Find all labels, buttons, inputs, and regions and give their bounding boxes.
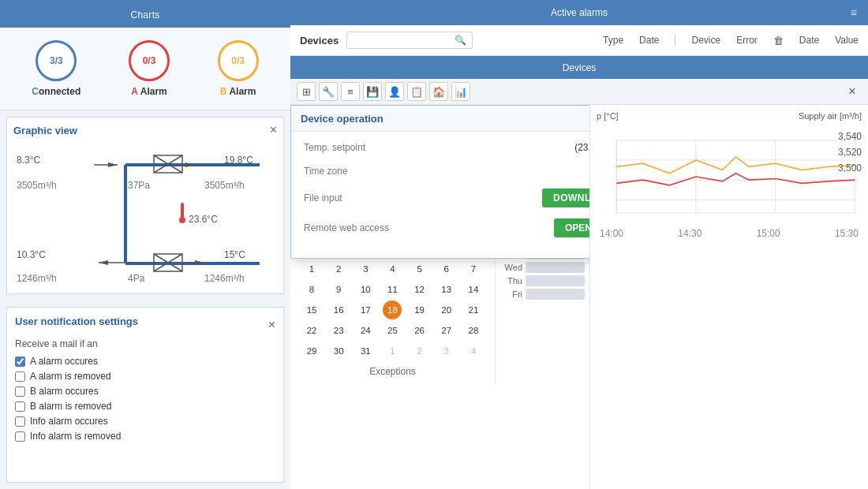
notification-checkbox[interactable] <box>15 431 25 442</box>
hvac-svg: 23.6°C 8.3°C 19.8°C 3505m³/h 37Pa 3505m³… <box>13 141 277 287</box>
col-date1: Date <box>639 35 659 46</box>
schedule-day-row: Fri <box>500 289 585 300</box>
cal-cell[interactable]: 24 <box>356 321 375 340</box>
left-panel: Charts 3/3 Connected 0/3 A Alarm 0/3 B A… <box>0 0 290 489</box>
cal-cell[interactable]: 26 <box>410 321 429 340</box>
cal-cell[interactable]: 6 <box>437 259 456 278</box>
cal-cell[interactable]: 8 <box>302 280 321 299</box>
connected-label: Connected <box>32 86 80 97</box>
toolbar-chart-icon[interactable]: 📊 <box>451 82 470 101</box>
cal-cell[interactable]: 22 <box>302 321 321 340</box>
cal-cell[interactable]: 1 <box>302 259 321 278</box>
graphic-view-title: Graphic view <box>13 125 77 136</box>
timezone-label: Time zone <box>304 166 391 177</box>
graphic-view-close[interactable]: × <box>270 124 277 136</box>
trash-icon[interactable]: 🗑 <box>773 35 784 47</box>
connected-status: 3/3 Connected <box>32 40 80 97</box>
notification-checkbox[interactable] <box>15 416 25 427</box>
notification-title: User notification settings <box>15 315 138 327</box>
cal-cell[interactable]: 14 <box>464 280 483 299</box>
toolbar-clipboard-icon[interactable]: 📋 <box>407 82 426 101</box>
notification-checkbox-item: A alarm occures <box>15 356 275 367</box>
svg-text:3505m³/h: 3505m³/h <box>17 180 57 191</box>
time-bar <box>526 262 585 273</box>
notification-checkbox-item: Info alarm occures <box>15 416 275 427</box>
alarms-search-input[interactable] <box>352 35 455 46</box>
toolbar-wrench-icon[interactable]: 🔧 <box>319 82 338 101</box>
cal-cell[interactable]: 3 <box>437 342 456 360</box>
cal-cell[interactable]: 19 <box>410 300 429 319</box>
time-bar <box>526 275 585 286</box>
chart-svg <box>597 125 862 228</box>
cal-cell[interactable]: 5 <box>410 259 429 278</box>
cal-cell[interactable]: 4 <box>383 259 402 278</box>
notification-checkboxes: A alarm occuresA alarm is removedB alarm… <box>15 356 275 442</box>
toolbar-save-icon[interactable]: 💾 <box>363 82 382 101</box>
notification-close[interactable]: × <box>268 319 275 331</box>
notification-checkbox[interactable] <box>15 371 25 382</box>
cal-cell[interactable]: 2 <box>410 342 429 360</box>
cal-cell[interactable]: 13 <box>437 280 456 299</box>
svg-text:19.8°C: 19.8°C <box>224 155 253 166</box>
toolbar-user-icon[interactable]: 👤 <box>385 82 404 101</box>
cal-cell[interactable]: 7 <box>464 259 483 278</box>
charts-header: Charts <box>0 0 290 28</box>
svg-text:15°C: 15°C <box>224 249 245 260</box>
notification-section: User notification settings × Receive a m… <box>6 307 284 483</box>
cal-cell[interactable]: 9 <box>329 280 348 299</box>
col-value: Value <box>835 35 859 46</box>
notification-checkbox-item: Info alarm is removed <box>15 431 275 442</box>
cal-week-row: 891011121314 <box>298 279 487 300</box>
notification-checkbox[interactable] <box>15 401 25 412</box>
svg-text:4Pa: 4Pa <box>128 273 145 284</box>
cal-cell[interactable]: 10 <box>356 280 375 299</box>
cal-cell[interactable]: 1 <box>383 342 402 360</box>
open-tab-button[interactable]: OPEN TAB <box>554 218 590 237</box>
cal-cell[interactable]: 27 <box>437 321 456 340</box>
notification-checkbox[interactable] <box>15 386 25 397</box>
cal-cell[interactable]: 28 <box>464 321 483 340</box>
cal-cell[interactable]: 25 <box>383 321 402 340</box>
col-device: Device <box>691 35 720 46</box>
cal-cell[interactable]: 15 <box>302 300 321 319</box>
cal-cell[interactable]: 3 <box>356 259 375 278</box>
notification-checkbox-item: B alarm is removed <box>15 401 275 412</box>
cal-week-row: 2930311234 <box>298 341 487 361</box>
cal-cell[interactable]: 16 <box>329 300 348 319</box>
alarm-a-badge: 0/3 <box>129 40 170 81</box>
toolbar-grid-icon[interactable]: ⊞ <box>297 82 316 101</box>
cal-cell[interactable]: 20 <box>437 300 456 319</box>
chart-y-label-right: Supply air [m³/h] <box>799 111 862 121</box>
cal-cell[interactable]: 11 <box>383 280 402 299</box>
search-icon: 🔍 <box>455 35 466 46</box>
cal-cell[interactable]: 17 <box>356 300 375 319</box>
graphic-view-section: Graphic view × <box>6 117 284 294</box>
file-input-label: File input <box>304 192 391 203</box>
cal-cell[interactable]: 12 <box>410 280 429 299</box>
cal-cell[interactable]: 29 <box>302 342 321 360</box>
svg-text:3505m³/h: 3505m³/h <box>204 180 245 191</box>
filter-icon[interactable]: ≡ <box>851 6 857 19</box>
cal-week-row: 15161718192021 <box>298 300 487 320</box>
notification-checkbox-item: A alarm is removed <box>15 371 275 382</box>
cal-cell[interactable]: 4 <box>464 342 483 360</box>
col-type: Type <box>603 35 623 46</box>
cal-rows: 1234567891011121314151617181920212223242… <box>298 259 487 361</box>
device-toolbar: ⊞ 🔧 ≡ 💾 👤 📋 🏠 📊 × <box>290 79 868 105</box>
cal-cell[interactable]: 31 <box>356 342 375 360</box>
cal-cell[interactable]: 21 <box>464 300 483 319</box>
cal-cell[interactable]: 30 <box>329 342 348 360</box>
toolbar-home-icon[interactable]: 🏠 <box>429 82 448 101</box>
toolbar-close-icon[interactable]: × <box>843 82 862 101</box>
connected-badge: 3/3 <box>36 40 77 81</box>
right-panel: Active alarms ≡ Devices 🔍 Type Date Devi… <box>290 0 868 489</box>
cal-cell[interactable]: 18 <box>383 300 402 319</box>
alarms-search-box[interactable]: 🔍 <box>346 32 473 49</box>
modal-title: Device operation <box>301 113 383 125</box>
hvac-diagram: 23.6°C 8.3°C 19.8°C 3505m³/h 37Pa 3505m³… <box>13 141 277 287</box>
download-button[interactable]: DOWNLOAD <box>542 189 590 207</box>
cal-cell[interactable]: 2 <box>329 259 348 278</box>
toolbar-sliders-icon[interactable]: ≡ <box>341 82 360 101</box>
notification-checkbox[interactable] <box>15 356 25 367</box>
cal-cell[interactable]: 23 <box>329 321 348 340</box>
